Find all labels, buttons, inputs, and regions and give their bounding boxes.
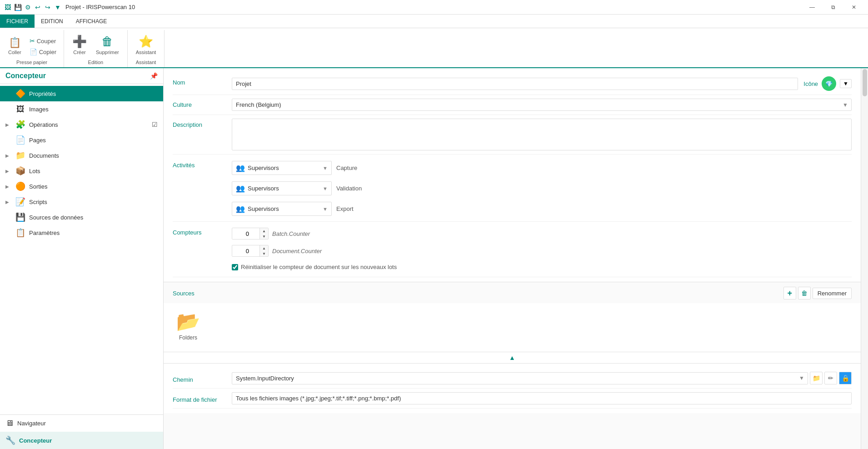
form-label-format-fichier: Format de fichier bbox=[173, 394, 232, 403]
activity-role-2: Supervisors bbox=[248, 205, 320, 212]
sidebar-item-proprietes[interactable]: 🔶 Propriétés bbox=[0, 86, 163, 101]
activity-select-0[interactable]: 👥 Supervisors ▼ bbox=[232, 161, 332, 175]
sidebar-item-documents[interactable]: ▶ 📁 Documents bbox=[0, 148, 163, 163]
redo-icon[interactable]: ↪ bbox=[44, 3, 52, 11]
copier-label: Copier bbox=[39, 49, 56, 55]
activity-row-1: 👥 Supervisors ▼ Validation bbox=[232, 180, 852, 197]
sorties-label: Sorties bbox=[29, 183, 158, 190]
source-item-folders[interactable]: 📂 Folders bbox=[173, 307, 204, 344]
counter-spin-down-1[interactable]: ▼ bbox=[260, 251, 268, 256]
activity-row-0: 👥 Supervisors ▼ Capture bbox=[232, 159, 852, 177]
culture-select[interactable]: French (Belgium) English (US) Dutch (Net… bbox=[232, 99, 852, 111]
sidebar-pin-icon[interactable]: 📌 bbox=[150, 72, 158, 80]
form-label-activites: Activités bbox=[173, 159, 232, 169]
sidebar-header: Concepteur 📌 bbox=[0, 68, 163, 84]
parametres-label: Paramètres bbox=[29, 229, 158, 236]
sidebar-item-sources-donnees[interactable]: 💾 Sources de données bbox=[0, 210, 163, 225]
counter-spin-down-0[interactable]: ▼ bbox=[260, 234, 268, 239]
people-icon-1: 👥 bbox=[236, 184, 245, 193]
chemin-edit-button[interactable]: ✏ bbox=[824, 372, 837, 384]
chemin-path-controls: 📁 ✏ 🔒 bbox=[810, 372, 852, 384]
proprietes-icon: 🔶 bbox=[15, 89, 25, 99]
sidebar-item-operations[interactable]: ▶ 🧩 Opérations ☑ bbox=[0, 117, 163, 132]
expand-arrow-scripts: ▶ bbox=[5, 200, 12, 205]
counter-label-0: Batch.Counter bbox=[272, 230, 310, 237]
maximize-button[interactable]: ⧉ bbox=[823, 0, 843, 15]
form-section: Nom Icône 💎 ▼ Culture bbox=[164, 68, 861, 282]
checkbox-reset[interactable] bbox=[232, 264, 238, 270]
icon-dropdown-button[interactable]: ▼ bbox=[840, 79, 852, 88]
form-row-culture: Culture French (Belgium) English (US) Du… bbox=[173, 95, 852, 115]
source-item-folders-label: Folders bbox=[179, 334, 197, 341]
creer-icon: ➕ bbox=[72, 35, 87, 49]
main-layout: Concepteur 📌 🔶 Propriétés 🖼 Images ▶ 🧩 O… bbox=[0, 68, 868, 449]
lots-icon: 📦 bbox=[15, 166, 25, 176]
navigateur-label: Navigateur bbox=[17, 420, 46, 427]
icone-label: Icône bbox=[803, 80, 818, 87]
activity-type-2: Export bbox=[336, 205, 354, 212]
sidebar-item-scripts[interactable]: ▶ 📝 Scripts bbox=[0, 194, 163, 210]
sidebar-bottom-concepteur[interactable]: 🔧 Concepteur bbox=[0, 432, 163, 449]
assistant-label: Assistant bbox=[136, 50, 156, 55]
undo-icon[interactable]: ↩ bbox=[34, 3, 42, 11]
ribbon-coller-button[interactable]: 📋 Coller bbox=[5, 35, 25, 57]
activity-type-1: Validation bbox=[336, 185, 362, 192]
ribbon-copier-button[interactable]: 📄 Copier bbox=[27, 47, 59, 57]
dropdown-arrow-icon[interactable]: ▼ bbox=[54, 3, 62, 11]
menu-edition[interactable]: EDITION bbox=[35, 15, 70, 28]
ribbon-creer-button[interactable]: ➕ Créer bbox=[69, 33, 90, 57]
ribbon-supprimer-button[interactable]: 🗑 Supprimer bbox=[92, 33, 123, 57]
counter-input-wrapper-1: ▲ ▼ bbox=[232, 245, 269, 257]
collapse-button[interactable]: ▲ bbox=[509, 354, 515, 361]
expand-arrow-documents: ▶ bbox=[5, 153, 12, 158]
form-label-compteurs: Compteurs bbox=[173, 226, 232, 236]
menu-fichier[interactable]: FICHIER bbox=[0, 15, 35, 28]
counter-input-1[interactable] bbox=[232, 246, 259, 256]
ribbon-couper-button[interactable]: ✂ Couper bbox=[27, 36, 59, 46]
operations-check: ☑ bbox=[152, 121, 158, 128]
source-folder-icon: 📂 bbox=[176, 310, 200, 333]
form-input-format-fichier[interactable] bbox=[232, 392, 852, 404]
chemin-select[interactable]: System.InputDirectory bbox=[232, 372, 808, 384]
counter-row-0: ▲ ▼ Batch.Counter bbox=[232, 226, 397, 241]
title-bar-left: 🖼 💾 ⚙ ↩ ↪ ▼ Projet - IRISPowerscan 10 bbox=[4, 3, 135, 11]
counter-spin-up-0[interactable]: ▲ bbox=[260, 228, 268, 234]
activity-role-0: Supervisors bbox=[248, 165, 320, 171]
minimize-button[interactable]: — bbox=[802, 0, 823, 15]
form-input-nom[interactable] bbox=[232, 78, 798, 90]
menu-affichage[interactable]: AFFICHAGE bbox=[70, 15, 114, 28]
sources-delete-button[interactable]: 🗑 bbox=[798, 287, 811, 299]
activity-row-2: 👥 Supervisors ▼ Export bbox=[232, 200, 852, 218]
close-button[interactable]: ✕ bbox=[843, 0, 864, 15]
ribbon-group-edition-content: ➕ Créer 🗑 Supprimer bbox=[69, 31, 123, 59]
sources-add-button[interactable]: + bbox=[783, 287, 796, 299]
activity-select-1[interactable]: 👥 Supervisors ▼ bbox=[232, 181, 332, 195]
counter-spin-up-1[interactable]: ▲ bbox=[260, 245, 268, 251]
sidebar-item-sorties[interactable]: ▶ 🟠 Sorties bbox=[0, 179, 163, 194]
sidebar-item-images[interactable]: 🖼 Images bbox=[0, 101, 163, 117]
coller-icon: 📋 bbox=[9, 37, 21, 49]
scrollbar[interactable] bbox=[861, 68, 868, 449]
chemin-folder-button[interactable]: 📁 bbox=[810, 372, 823, 384]
settings-icon[interactable]: ⚙ bbox=[24, 3, 32, 11]
sidebar-item-pages[interactable]: 📄 Pages bbox=[0, 132, 163, 148]
title-bar-icons: 🖼 💾 ⚙ ↩ ↪ ▼ bbox=[4, 3, 62, 11]
sidebar-item-parametres[interactable]: 📋 Paramètres bbox=[0, 225, 163, 240]
form-textarea-description[interactable] bbox=[232, 119, 852, 150]
sidebar-bottom-navigateur[interactable]: 🖥 Navigateur bbox=[0, 415, 163, 432]
ribbon-assistant-button[interactable]: ⭐ Assistant bbox=[132, 33, 160, 57]
sources-section-label: Sources bbox=[173, 290, 195, 297]
expand-arrow-lots: ▶ bbox=[5, 169, 12, 174]
counter-input-0[interactable] bbox=[232, 229, 259, 239]
proprietes-label: Propriétés bbox=[29, 90, 158, 97]
sidebar-item-lots[interactable]: ▶ 📦 Lots bbox=[0, 163, 163, 179]
save-icon[interactable]: 💾 bbox=[14, 3, 22, 11]
sources-rename-button[interactable]: Renommer bbox=[813, 288, 852, 299]
concepteur-bottom-icon: 🔧 bbox=[5, 435, 15, 445]
images-label: Images bbox=[29, 106, 158, 113]
ribbon-group-assistant-content: ⭐ Assistant bbox=[132, 31, 160, 59]
chemin-lock-button[interactable]: 🔒 bbox=[839, 372, 852, 384]
scrollbar-thumb[interactable] bbox=[863, 69, 867, 96]
activity-select-2[interactable]: 👥 Supervisors ▼ bbox=[232, 202, 332, 216]
ribbon-group-assistant: ⭐ Assistant Assistant bbox=[128, 30, 165, 67]
